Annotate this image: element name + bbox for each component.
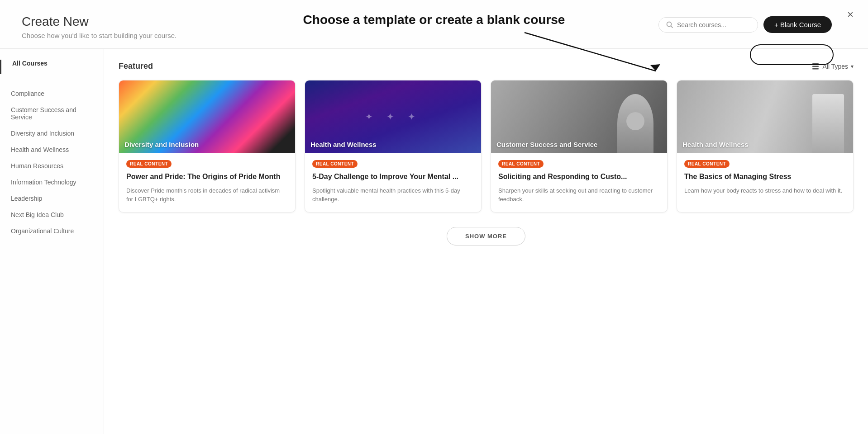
sidebar-item-hr[interactable]: Human Resources xyxy=(0,158,104,174)
search-icon xyxy=(666,21,673,28)
card-image-label-2: Customer Success and Service xyxy=(496,141,597,148)
card-image-1: Health and Wellness xyxy=(305,80,481,153)
svg-rect-6 xyxy=(812,68,819,70)
svg-rect-4 xyxy=(812,63,819,65)
svg-rect-5 xyxy=(812,66,819,67)
card-image-label-1: Health and Wellness xyxy=(310,141,377,148)
sidebar-item-compliance[interactable]: Compliance xyxy=(0,85,104,102)
sidebar-item-nbic[interactable]: Next Big Idea Club xyxy=(0,207,104,223)
search-input[interactable] xyxy=(677,21,750,28)
modal-overlay: Create New Choose how you'd like to star… xyxy=(0,0,868,434)
card-body-0: REAL CONTENT Power and Pride: The Origin… xyxy=(119,153,295,212)
sidebar-item-diversity[interactable]: Diversity and Inclusion xyxy=(0,125,104,142)
badge-1: REAL CONTENT xyxy=(312,160,358,168)
sidebar-item-org-culture[interactable]: Organizational Culture xyxy=(0,223,104,239)
card-body-1: REAL CONTENT 5-Day Challenge to Improve … xyxy=(305,153,481,212)
course-card-2[interactable]: Customer Success and Service REAL CONTEN… xyxy=(491,80,668,212)
sidebar-item-health[interactable]: Health and Wellness xyxy=(0,142,104,158)
main-content: Featured All Types ▾ Diversity and Inclu… xyxy=(104,49,868,434)
badge-3: REAL CONTENT xyxy=(684,160,730,168)
sidebar-all-courses[interactable]: All Courses xyxy=(0,60,104,74)
card-title-0: Power and Pride: The Origins of Pride Mo… xyxy=(126,172,288,182)
card-image-2: Customer Success and Service xyxy=(491,80,667,153)
card-image-label-0: Diversity and Inclusion xyxy=(124,141,199,148)
show-more-area: SHOW MORE xyxy=(119,227,854,245)
show-more-button[interactable]: SHOW MORE xyxy=(447,227,525,245)
badge-2: REAL CONTENT xyxy=(498,160,544,168)
card-image-label-3: Health and Wellness xyxy=(682,141,749,148)
card-description-2: Sharpen your skills at seeking out and r… xyxy=(498,186,660,204)
sidebar-item-it[interactable]: Information Technology xyxy=(0,174,104,190)
search-box[interactable] xyxy=(658,17,758,33)
all-types-filter[interactable]: All Types ▾ xyxy=(811,62,854,71)
chevron-down-icon: ▾ xyxy=(851,63,854,70)
sidebar-item-leadership[interactable]: Leadership xyxy=(0,190,104,207)
card-description-3: Learn how your body reacts to stress and… xyxy=(684,186,846,195)
card-image-0: Diversity and Inclusion xyxy=(119,80,295,153)
card-image-3: Health and Wellness xyxy=(677,80,853,153)
card-description-1: Spotlight valuable mental health practic… xyxy=(312,186,474,204)
header-right: + Blank Course xyxy=(658,16,832,33)
cards-grid: Diversity and Inclusion REAL CONTENT Pow… xyxy=(119,80,854,212)
all-types-label: All Types xyxy=(822,63,848,70)
section-header: Featured All Types ▾ xyxy=(119,61,854,71)
section-title: Featured xyxy=(119,61,153,71)
card-body-3: REAL CONTENT The Basics of Managing Stre… xyxy=(677,153,853,203)
card-title-2: Soliciting and Responding to Custo... xyxy=(498,172,660,182)
card-title-1: 5-Day Challenge to Improve Your Mental .… xyxy=(312,172,474,182)
svg-line-3 xyxy=(671,26,673,28)
course-card-0[interactable]: Diversity and Inclusion REAL CONTENT Pow… xyxy=(119,80,296,212)
card-description-0: Discover Pride month's roots in decades … xyxy=(126,186,288,204)
blank-course-button[interactable]: + Blank Course xyxy=(763,16,832,33)
modal-header: Create New Choose how you'd like to star… xyxy=(0,0,868,49)
modal-body: All Courses Compliance Customer Success … xyxy=(0,49,868,434)
card-body-2: REAL CONTENT Soliciting and Responding t… xyxy=(491,153,667,212)
layers-icon xyxy=(811,62,820,71)
card-title-3: The Basics of Managing Stress xyxy=(684,172,846,182)
sidebar: All Courses Compliance Customer Success … xyxy=(0,49,104,434)
sidebar-item-customer-success[interactable]: Customer Success and Service xyxy=(0,102,104,125)
close-button[interactable]: × xyxy=(847,9,854,20)
course-card-3[interactable]: Health and Wellness REAL CONTENT The Bas… xyxy=(677,80,854,212)
course-card-1[interactable]: Health and Wellness REAL CONTENT 5-Day C… xyxy=(305,80,482,212)
badge-0: REAL CONTENT xyxy=(126,160,172,168)
sidebar-divider xyxy=(11,78,93,78)
